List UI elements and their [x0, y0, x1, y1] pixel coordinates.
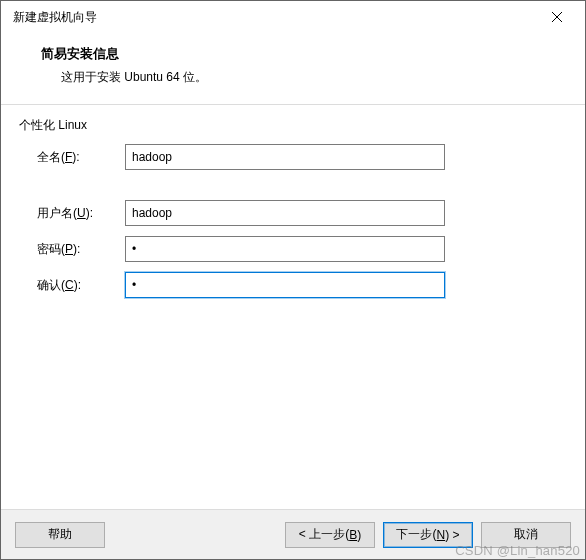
- close-icon: [551, 11, 563, 23]
- titlebar: 新建虚拟机向导: [1, 1, 585, 33]
- password-input[interactable]: [125, 236, 445, 262]
- label-text: ): [357, 528, 361, 542]
- label-text: ):: [74, 278, 81, 292]
- fullname-row: 全名(F):: [17, 144, 569, 170]
- confirm-label: 确认(C):: [17, 277, 125, 294]
- wizard-header: 简易安装信息 这用于安装 Ubuntu 64 位。: [1, 33, 585, 104]
- confirm-row: 确认(C):: [17, 272, 569, 298]
- username-label: 用户名(U):: [17, 205, 125, 222]
- label-text: 用户名(: [37, 206, 77, 220]
- password-label: 密码(P):: [17, 241, 125, 258]
- label-hotkey: B: [349, 528, 357, 542]
- wizard-content: 个性化 Linux 全名(F): 用户名(U): 密码(P): 确认(C):: [1, 105, 585, 509]
- section-label: 个性化 Linux: [19, 117, 569, 134]
- header-subtitle: 这用于安装 Ubuntu 64 位。: [41, 69, 565, 86]
- password-row: 密码(P):: [17, 236, 569, 262]
- label-text: 下一步(: [396, 526, 436, 543]
- label-text: 密码(: [37, 242, 65, 256]
- label-text: 全名(: [37, 150, 65, 164]
- username-row: 用户名(U):: [17, 200, 569, 226]
- cancel-button[interactable]: 取消: [481, 522, 571, 548]
- back-button[interactable]: < 上一步(B): [285, 522, 375, 548]
- button-bar: 帮助 < 上一步(B) 下一步(N) > 取消: [1, 509, 585, 559]
- label-text: ):: [72, 150, 79, 164]
- label-hotkey: N: [436, 528, 445, 542]
- label-hotkey: U: [77, 206, 86, 220]
- label-text: < 上一步(: [299, 526, 349, 543]
- next-button[interactable]: 下一步(N) >: [383, 522, 473, 548]
- label-hotkey: C: [65, 278, 74, 292]
- label-text: 确认(: [37, 278, 65, 292]
- username-input[interactable]: [125, 200, 445, 226]
- fullname-label: 全名(F):: [17, 149, 125, 166]
- fullname-input[interactable]: [125, 144, 445, 170]
- header-title: 简易安装信息: [41, 45, 565, 63]
- label-text: ):: [73, 242, 80, 256]
- help-button[interactable]: 帮助: [15, 522, 105, 548]
- label-text: ) >: [445, 528, 459, 542]
- label-text: ):: [86, 206, 93, 220]
- window-title: 新建虚拟机向导: [13, 9, 97, 26]
- label-hotkey: P: [65, 242, 73, 256]
- confirm-input[interactable]: [125, 272, 445, 298]
- close-button[interactable]: [537, 3, 577, 31]
- wizard-dialog: 新建虚拟机向导 简易安装信息 这用于安装 Ubuntu 64 位。 个性化 Li…: [0, 0, 586, 560]
